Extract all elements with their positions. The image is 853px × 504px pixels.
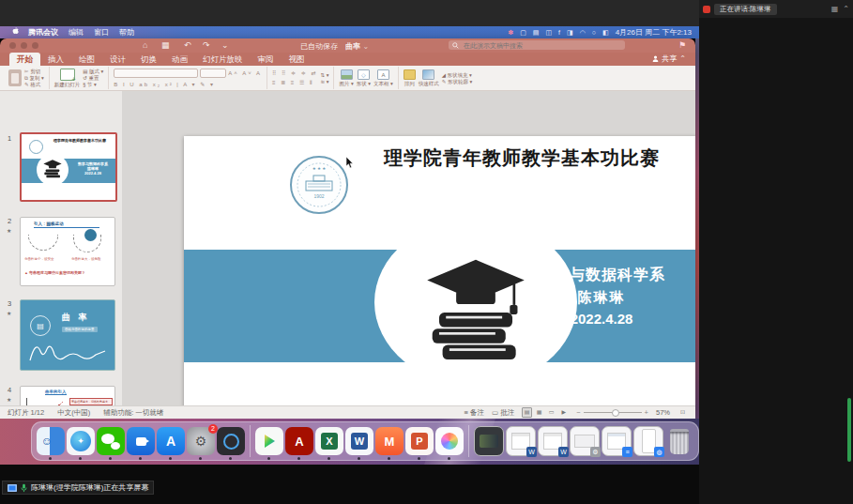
insert-shapes-button[interactable]: ◇ 形状 ▾ bbox=[357, 69, 371, 86]
slide-thumbnail-2[interactable]: 引入：蹦极运动 弯曲程度小，较安全 弯曲程度大，较危险 ▲ 弯曲程度与哪些因素密… bbox=[20, 217, 115, 286]
paste-button[interactable] bbox=[8, 69, 22, 86]
notes-button[interactable]: ≡ 备注 bbox=[465, 408, 484, 418]
cut-button[interactable]: ✂ 剪切 bbox=[24, 69, 44, 74]
section-button[interactable]: § 节 ▾ bbox=[83, 82, 103, 87]
window-minimize-button[interactable] bbox=[21, 42, 27, 49]
tab-design[interactable]: 设计 bbox=[102, 53, 133, 66]
control-center-icon[interactable]: ◧ bbox=[602, 29, 609, 37]
text-direction-button[interactable]: ⇅ ▾ bbox=[321, 72, 329, 78]
dock-tencent-meeting-icon[interactable] bbox=[127, 427, 155, 455]
slide-thumbnail-3[interactable]: ▤ 曲 率 曲线弯曲程度的度量 bbox=[20, 299, 115, 371]
shape-fill-button[interactable]: ◢ 形状填充 ▾ bbox=[442, 72, 472, 78]
home-icon[interactable]: ⌂ bbox=[143, 40, 147, 51]
dock-minimized-mobile-window[interactable]: ◍ bbox=[633, 426, 663, 456]
insert-textbox-button[interactable]: A 文本框 ▾ bbox=[373, 69, 393, 86]
undo-icon[interactable]: ↶ bbox=[184, 40, 191, 51]
layout-switch-icon[interactable]: ▦ bbox=[831, 5, 839, 13]
dock-app-store-icon[interactable]: A bbox=[157, 427, 185, 455]
align-text-button[interactable]: ≋ ▾ bbox=[321, 79, 329, 84]
dock-word-icon[interactable]: W bbox=[345, 427, 373, 455]
panel-scrollbar[interactable] bbox=[847, 398, 851, 462]
status-f-icon[interactable]: f bbox=[558, 29, 560, 36]
tab-draw[interactable]: 绘图 bbox=[71, 53, 102, 66]
shape-outline-button[interactable]: ✎ 形状轮廓 ▾ bbox=[442, 79, 472, 84]
slide-canvas[interactable]: 理学院青年教师教学基本功比赛 1902 ★ ★ ★ bbox=[122, 91, 695, 405]
status-input-icon[interactable]: ▤ bbox=[533, 29, 540, 37]
align-buttons[interactable]: ≡ ≣ ≡ ☰ ⫴ bbox=[272, 79, 318, 86]
menu-edit[interactable]: 编辑 bbox=[69, 27, 84, 38]
reset-button[interactable]: ↺ 重置 bbox=[83, 75, 103, 81]
menubar-datetime[interactable]: 4月26日 周二 下午2:13 bbox=[616, 27, 692, 38]
dock-safari-icon[interactable]: ✦ bbox=[67, 427, 95, 455]
search-box[interactable] bbox=[449, 40, 625, 50]
search-icon[interactable]: ○ bbox=[592, 29, 596, 36]
status-flower-icon[interactable]: ✽ bbox=[508, 29, 513, 37]
panel-collapse-icon[interactable]: ⌃ bbox=[843, 5, 849, 13]
menu-tencent-meeting[interactable]: 腾讯会议 bbox=[28, 27, 58, 38]
tab-home[interactable]: 开始 bbox=[9, 53, 40, 66]
dock-screen-tool-icon[interactable] bbox=[217, 427, 245, 455]
slide-thumbnail-4[interactable]: 曲率的引入 弯曲程度越大，切线转角越大 单位弧长上的转角刻画平均弯曲程度 K =… bbox=[20, 386, 115, 405]
arrange-button[interactable]: 排列 bbox=[404, 69, 416, 86]
trash-icon[interactable] bbox=[665, 427, 693, 455]
dock-minimized-notes-window[interactable]: ≡ bbox=[602, 426, 632, 456]
dock-tencent-video-icon[interactable] bbox=[255, 427, 283, 455]
dock-finder-icon[interactable]: ☺ bbox=[37, 427, 65, 455]
format-painter-button[interactable]: ✎ 格式 bbox=[24, 82, 44, 87]
tab-transitions[interactable]: 切换 bbox=[133, 53, 164, 66]
insert-picture-button[interactable]: 图片 ▾ bbox=[339, 69, 353, 86]
wifi-icon[interactable]: ◠ bbox=[580, 29, 586, 37]
zoom-slider[interactable]: − + bbox=[576, 408, 648, 417]
title-chevron-icon[interactable]: ⌄ bbox=[362, 42, 369, 51]
font-name-select[interactable] bbox=[114, 69, 198, 78]
dock-excel-icon[interactable]: X bbox=[315, 427, 343, 455]
whats-new-flag-icon[interactable]: ⚑ bbox=[678, 40, 686, 51]
dock-minimized-settings-window[interactable]: ⚙ bbox=[570, 426, 600, 456]
tab-review[interactable]: 审阅 bbox=[251, 53, 282, 66]
dock-acrobat-icon[interactable]: A bbox=[285, 427, 313, 455]
dock-wechat-icon[interactable] bbox=[97, 427, 125, 455]
slide-sorter-button[interactable]: ▦ bbox=[534, 407, 544, 418]
collapse-ribbon-icon[interactable]: ⌃ bbox=[679, 54, 686, 63]
save-icon[interactable]: ▦ bbox=[161, 40, 170, 51]
apple-menu-icon[interactable] bbox=[11, 27, 19, 38]
slideshow-button[interactable]: ▶ bbox=[558, 407, 569, 418]
status-display-icon[interactable]: ▢ bbox=[520, 29, 526, 37]
dock-system-settings-icon[interactable]: ⚙2 bbox=[187, 427, 215, 455]
dock-lemon-cleaner-icon[interactable] bbox=[435, 427, 464, 455]
font-size-select[interactable] bbox=[200, 69, 226, 78]
dock-minimized-dark-window[interactable] bbox=[474, 426, 504, 456]
list-indent-buttons[interactable]: ⠿ ⠿ ≑ ≑ ⇄ bbox=[272, 69, 318, 76]
more-tools-icon[interactable]: ⌄ bbox=[221, 40, 229, 51]
search-input[interactable] bbox=[462, 41, 616, 50]
current-slide[interactable]: 理学院青年教师教学基本功比赛 1902 ★ ★ ★ bbox=[184, 136, 695, 419]
copy-button[interactable]: ⧉ 复制 ▾ bbox=[24, 75, 44, 81]
quick-styles-button[interactable]: 快速样式 bbox=[419, 69, 439, 86]
dock-minimized-word-doc-2[interactable]: W bbox=[538, 426, 568, 456]
window-close-button[interactable] bbox=[9, 42, 16, 49]
tab-view[interactable]: 视图 bbox=[282, 53, 312, 66]
grow-shrink-font-buttons[interactable]: A˄ A˅ A bbox=[228, 70, 262, 76]
status-keyboard-icon[interactable]: ◨ bbox=[567, 29, 573, 37]
tab-slideshow[interactable]: 幻灯片放映 bbox=[195, 53, 251, 66]
dock-powerpoint-icon[interactable]: P bbox=[405, 427, 434, 455]
share-button[interactable]: 共享 ⌃ bbox=[652, 53, 686, 66]
slide-thumbnail-1[interactable]: 理学院青年教师教学基本功比赛 数学与数据科学系 陈琳琳 2022.4.28 bbox=[20, 132, 117, 202]
new-slide-button[interactable]: + 新建幻灯片 bbox=[54, 69, 81, 87]
tab-insert[interactable]: 插入 bbox=[40, 53, 71, 66]
normal-view-button[interactable]: ▤ bbox=[522, 407, 532, 418]
window-zoom-button[interactable] bbox=[32, 42, 38, 49]
dock-mindmaster-icon[interactable]: M bbox=[375, 427, 404, 455]
fit-slide-button[interactable]: ⊡ bbox=[678, 407, 688, 418]
reading-view-button[interactable]: ▭ bbox=[546, 407, 556, 418]
language-indicator[interactable]: 中文(中国) bbox=[57, 408, 90, 418]
zoom-percentage[interactable]: 57% bbox=[656, 408, 670, 417]
redo-icon[interactable]: ↷ bbox=[203, 40, 210, 51]
font-style-buttons[interactable]: B I U ab x₂ x² | A ▾ ✎ ▾ bbox=[114, 81, 262, 87]
accessibility-status[interactable]: 辅助功能: 一切就绪 bbox=[103, 408, 163, 418]
tab-animations[interactable]: 动画 bbox=[164, 53, 195, 66]
comments-button[interactable]: ▭ 批注 bbox=[492, 408, 514, 418]
menu-window[interactable]: 窗口 bbox=[94, 27, 109, 38]
menu-help[interactable]: 帮助 bbox=[119, 27, 134, 38]
layout-button[interactable]: ▤ 版式 ▾ bbox=[83, 69, 103, 74]
